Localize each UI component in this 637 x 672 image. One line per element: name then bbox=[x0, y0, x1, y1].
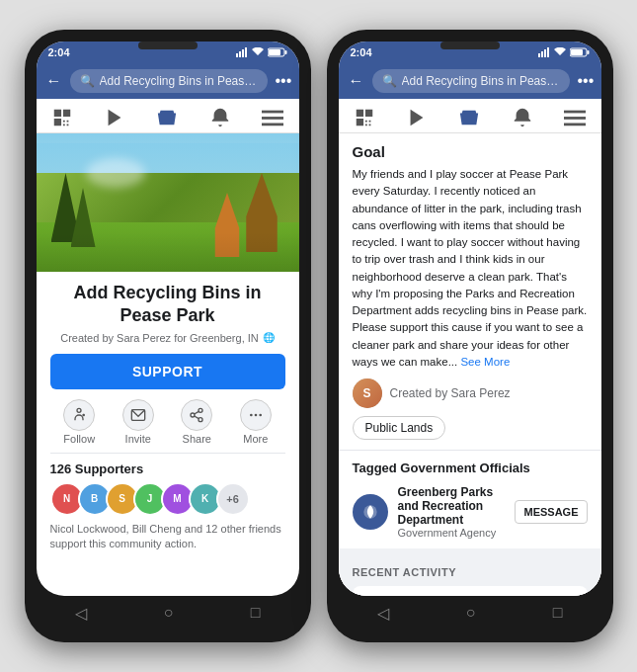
svg-point-11 bbox=[77, 408, 81, 412]
nav-news-feed[interactable] bbox=[51, 107, 73, 128]
tag-pill[interactable]: Public Lands bbox=[353, 416, 446, 440]
right-status-bar: 2:04 bbox=[339, 42, 601, 63]
svg-rect-5 bbox=[269, 49, 280, 55]
left-status-bar: 2:04 bbox=[37, 42, 299, 63]
message-button[interactable]: MESSAGE bbox=[515, 500, 587, 524]
follow-button[interactable]: Follow bbox=[63, 399, 95, 445]
right-nav-menu[interactable] bbox=[564, 107, 586, 128]
right-more-button[interactable]: ••• bbox=[578, 72, 595, 90]
right-back-button[interactable]: ← bbox=[349, 72, 364, 90]
svg-point-15 bbox=[199, 417, 202, 421]
svg-rect-30 bbox=[564, 117, 586, 120]
svg-marker-28 bbox=[411, 110, 424, 126]
right-nav-icons bbox=[339, 99, 601, 133]
petition-meta: Created by Sara Perez for Greenberg, IN … bbox=[60, 332, 275, 344]
signal-icon bbox=[236, 47, 248, 57]
svg-rect-8 bbox=[262, 111, 283, 114]
right-recents-gesture[interactable]: □ bbox=[553, 604, 563, 623]
nav-video[interactable] bbox=[104, 107, 125, 128]
official-row: Greenberg Parks and Recreation Departmen… bbox=[353, 485, 588, 539]
svg-point-14 bbox=[191, 413, 195, 417]
creator-row: S Created by Sara Perez bbox=[353, 378, 588, 408]
nav-marketplace[interactable] bbox=[156, 107, 178, 128]
action-row: Follow Invite Share bbox=[50, 399, 285, 454]
signal-icon-r bbox=[538, 47, 550, 57]
svg-point-20 bbox=[259, 413, 262, 416]
supporters-text: Nicol Lockwood, Bill Cheng and 12 other … bbox=[50, 522, 285, 552]
creator-avatar: S bbox=[353, 378, 382, 408]
right-nav-notifications[interactable] bbox=[512, 107, 533, 128]
svg-rect-27 bbox=[587, 50, 589, 54]
globe-icon: 🌐 bbox=[263, 332, 275, 343]
recents-gesture[interactable]: □ bbox=[251, 604, 261, 623]
battery-icon bbox=[268, 47, 287, 57]
right-back-gesture[interactable]: ◁ bbox=[377, 604, 389, 623]
svg-rect-1 bbox=[239, 51, 241, 57]
goal-title: Goal bbox=[353, 143, 588, 160]
activity-card: N Nicol Lockwood shared Pease Park Clean… bbox=[353, 586, 588, 596]
supporters-count: 126 Supporters bbox=[50, 462, 285, 476]
right-nav-newsfeed[interactable] bbox=[354, 107, 375, 128]
svg-rect-21 bbox=[538, 53, 540, 57]
left-bottom-nav: ◁ ○ □ bbox=[37, 596, 299, 630]
more-button[interactable]: More bbox=[240, 399, 272, 445]
invite-button[interactable]: Invite bbox=[122, 399, 154, 445]
svg-point-13 bbox=[199, 408, 202, 412]
right-nav-video[interactable] bbox=[406, 107, 428, 128]
back-gesture[interactable]: ◁ bbox=[75, 604, 87, 623]
see-more-link[interactable]: See More bbox=[460, 356, 510, 368]
support-button[interactable]: SUPPORT bbox=[50, 354, 285, 389]
supporters-section: 126 Supporters N B S J M K +6 Nicol Lock… bbox=[50, 454, 285, 560]
right-search-text: Add Recycling Bins in Pease P... bbox=[402, 74, 560, 88]
left-search-input[interactable]: 🔍 Add Recycling Bins in Pease P... bbox=[70, 69, 268, 93]
svg-point-18 bbox=[250, 413, 253, 416]
share-button[interactable]: Share bbox=[181, 399, 212, 445]
right-nav-marketplace[interactable] bbox=[458, 107, 480, 128]
left-screen: 2:04 ← 🔍 Add Recycling Bins in Pease P..… bbox=[37, 42, 299, 596]
svg-point-19 bbox=[254, 413, 257, 416]
scene: 2:04 ← 🔍 Add Recycling Bins in Pease P..… bbox=[25, 30, 613, 642]
svg-rect-6 bbox=[284, 50, 286, 54]
svg-rect-2 bbox=[242, 49, 244, 57]
official-icon bbox=[353, 494, 388, 530]
avatars-row: N B S J M K +6 bbox=[50, 482, 285, 516]
svg-rect-9 bbox=[262, 117, 283, 120]
share-label: Share bbox=[183, 433, 211, 445]
right-time: 2:04 bbox=[351, 46, 372, 58]
left-phone: 2:04 ← 🔍 Add Recycling Bins in Pease P..… bbox=[25, 30, 311, 642]
right-home-gesture[interactable]: ○ bbox=[466, 604, 476, 623]
left-content: Add Recycling Bins in Pease Park Created… bbox=[37, 272, 299, 596]
svg-rect-10 bbox=[262, 124, 283, 126]
nav-menu[interactable] bbox=[262, 107, 283, 128]
wifi-icon-r bbox=[553, 47, 567, 57]
svg-rect-0 bbox=[236, 53, 238, 57]
svg-rect-31 bbox=[564, 124, 586, 126]
svg-marker-7 bbox=[109, 110, 121, 126]
avatar-more: +6 bbox=[216, 482, 250, 516]
activity-header: RECENT ACTIVITY bbox=[353, 566, 588, 578]
hero-image bbox=[37, 133, 299, 272]
right-bottom-nav: ◁ ○ □ bbox=[339, 596, 601, 630]
official-info: Greenberg Parks and Recreation Departmen… bbox=[398, 485, 506, 539]
more-icon bbox=[240, 399, 272, 431]
more-label: More bbox=[243, 433, 268, 445]
svg-line-16 bbox=[195, 416, 199, 419]
tagged-title: Tagged Government Officials bbox=[353, 461, 588, 475]
wifi-icon bbox=[251, 47, 265, 57]
creator-name: Created by Sara Perez bbox=[390, 386, 511, 400]
invite-label: Invite bbox=[125, 433, 151, 445]
goal-text: My friends and I play soccer at Pease Pa… bbox=[353, 166, 588, 371]
svg-rect-29 bbox=[564, 111, 586, 114]
nav-notifications[interactable] bbox=[209, 107, 231, 128]
left-time: 2:04 bbox=[48, 46, 70, 58]
left-search-bar: ← 🔍 Add Recycling Bins in Pease P... ••• bbox=[37, 63, 299, 99]
left-back-button[interactable]: ← bbox=[46, 72, 62, 90]
svg-rect-3 bbox=[245, 47, 247, 57]
right-search-input[interactable]: 🔍 Add Recycling Bins in Pease P... bbox=[372, 69, 570, 93]
right-phone: 2:04 ← 🔍 Add Recycling Bins in Pease P..… bbox=[327, 30, 613, 642]
leaf-icon bbox=[360, 502, 380, 522]
left-more-button[interactable]: ••• bbox=[276, 72, 292, 90]
invite-icon bbox=[122, 399, 154, 431]
search-icon: 🔍 bbox=[80, 74, 95, 88]
home-gesture[interactable]: ○ bbox=[164, 604, 174, 623]
